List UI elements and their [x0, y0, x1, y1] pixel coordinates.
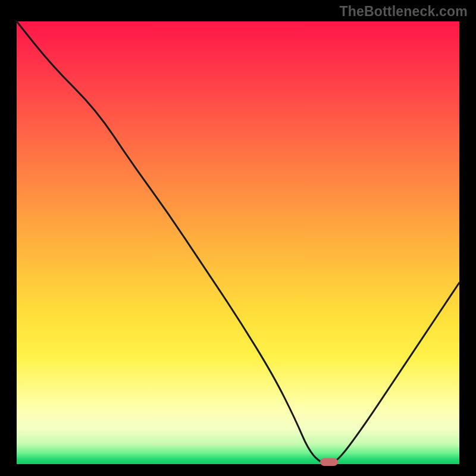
- bottleneck-curve: [17, 21, 459, 464]
- plot-area: [17, 21, 459, 464]
- optimal-marker: [320, 458, 338, 466]
- chart-frame: TheBottleneck.com: [0, 0, 476, 476]
- watermark-text: TheBottleneck.com: [339, 4, 468, 20]
